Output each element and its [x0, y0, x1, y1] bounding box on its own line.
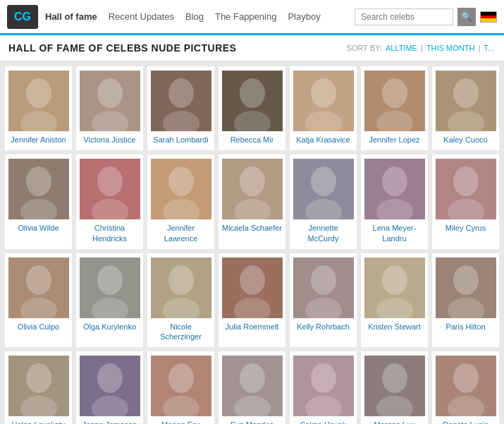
- celeb-image-19: [364, 258, 425, 318]
- svg-point-61: [453, 265, 479, 295]
- sort-option-2[interactable]: T...: [484, 44, 494, 52]
- celeb-name-9: Jennifer Lawrence: [150, 223, 211, 243]
- celeb-card-14[interactable]: Olivia Culpo: [5, 253, 72, 348]
- celeb-image-26: [364, 356, 425, 416]
- celeb-name-13: Miley Cyrus: [445, 223, 486, 233]
- celeb-card-8[interactable]: Christina Hendricks: [76, 155, 143, 249]
- celeb-image-4: [293, 71, 354, 131]
- celeb-name-11: Jennette McCurdy: [293, 223, 354, 243]
- celeb-image-9: [151, 159, 211, 219]
- celeb-name-0: Jennifer Aniston: [11, 135, 66, 145]
- svg-point-19: [453, 78, 479, 108]
- svg-point-49: [168, 265, 194, 295]
- celeb-card-2[interactable]: Sarah Lombardi: [147, 66, 214, 150]
- celeb-name-20: Paris Hilton: [445, 322, 485, 332]
- sort-separator: |: [476, 44, 482, 52]
- svg-point-46: [97, 265, 123, 295]
- svg-point-58: [382, 265, 407, 295]
- celeb-card-25[interactable]: Salma Hayek: [290, 351, 357, 424]
- celeb-name-8: Christina Hendricks: [79, 223, 140, 243]
- celeb-image-17: [222, 258, 283, 318]
- celeb-name-1: Victoria Justice: [84, 135, 136, 145]
- celeb-card-7[interactable]: Olivia Wilde: [5, 155, 72, 249]
- celeb-card-12[interactable]: Lena Meyer-Landru: [361, 155, 428, 249]
- celeb-card-1[interactable]: Victoria Justice: [76, 66, 143, 150]
- celeb-name-14: Olivia Culpo: [18, 322, 59, 332]
- page-title: HALL OF FAME OF CELEBS NUDE PICTURES: [8, 42, 236, 54]
- svg-point-13: [311, 78, 336, 108]
- celeb-name-27: Renata Lusin: [443, 420, 488, 424]
- celeb-image-12: [364, 159, 425, 219]
- celeb-image-5: [364, 71, 425, 131]
- celeb-card-26[interactable]: Morgan Lux: [361, 351, 428, 424]
- svg-point-55: [311, 265, 336, 295]
- celeb-card-19[interactable]: Kristen Stewart: [361, 253, 428, 348]
- celeb-card-27[interactable]: Renata Lusin: [432, 351, 499, 424]
- celeb-name-4: Katja Krasavice: [296, 135, 350, 145]
- celeb-card-9[interactable]: Jennifer Lawrence: [147, 155, 214, 249]
- sort-options: ALLTIME | THIS MONTH | T...: [384, 44, 496, 52]
- celeb-card-16[interactable]: Nicole Scherzinger: [147, 253, 214, 348]
- celeb-image-18: [293, 258, 354, 318]
- celeb-image-14: [8, 258, 69, 318]
- svg-point-4: [97, 78, 123, 108]
- celeb-name-21: Helga Lovekaty: [12, 420, 66, 424]
- celeb-card-20[interactable]: Paris Hilton: [432, 253, 499, 348]
- logo[interactable]: CG: [7, 5, 38, 29]
- celeb-card-11[interactable]: Jennette McCurdy: [290, 155, 357, 249]
- celeb-card-23[interactable]: Megan Fox: [147, 351, 214, 424]
- celeb-name-16: Nicole Scherzinger: [150, 322, 211, 342]
- nav-item-hall-of-fame[interactable]: Hall of fame: [45, 11, 97, 22]
- celeb-image-22: [80, 356, 140, 416]
- svg-point-70: [168, 363, 194, 393]
- celeb-image-3: [222, 71, 283, 131]
- search-button[interactable]: 🔍: [457, 8, 476, 26]
- celeb-card-5[interactable]: Jennifer Lopez: [361, 66, 428, 150]
- celeb-name-26: Morgan Lux: [374, 420, 414, 424]
- celeb-card-17[interactable]: Julia Roemmelt: [219, 253, 285, 348]
- nav-item-the-fappening[interactable]: The Fappening: [215, 11, 276, 22]
- celeb-card-0[interactable]: Jennifer Aniston: [5, 66, 72, 150]
- celeb-image-25: [293, 356, 354, 416]
- celeb-card-22[interactable]: Jenna Jamason: [76, 351, 143, 424]
- celeb-name-19: Kristen Stewart: [368, 322, 421, 332]
- sort-option-1[interactable]: THIS MONTH: [426, 44, 474, 52]
- nav-item-recent-updates[interactable]: Recent Updates: [109, 11, 174, 22]
- celeb-name-17: Julia Roemmelt: [226, 322, 279, 332]
- nav-item-playboy[interactable]: Playboy: [288, 11, 320, 22]
- celeb-card-10[interactable]: Micaela Schaefer: [219, 155, 285, 249]
- celeb-name-25: Salma Hayek: [300, 420, 346, 424]
- svg-point-40: [453, 166, 479, 196]
- flag-icon[interactable]: [480, 11, 497, 23]
- sort-bar: SORT BY: ALLTIME | THIS MONTH | T...: [346, 44, 496, 52]
- celeb-image-10: [222, 159, 283, 219]
- svg-point-10: [240, 78, 265, 108]
- celeb-card-21[interactable]: Helga Lovekaty: [5, 351, 72, 424]
- search-input[interactable]: [355, 8, 453, 25]
- celeb-card-18[interactable]: Kelly Rohrbach: [290, 253, 357, 348]
- svg-point-37: [382, 166, 407, 196]
- svg-point-16: [382, 78, 407, 108]
- celeb-name-23: Megan Fox: [161, 420, 200, 424]
- sort-separator: |: [419, 44, 425, 52]
- celeb-card-15[interactable]: Olga Kurylenko: [76, 253, 143, 348]
- celeb-card-4[interactable]: Katja Krasavice: [290, 66, 357, 150]
- svg-point-1: [26, 78, 51, 108]
- celeb-image-21: [8, 356, 69, 416]
- celeb-image-8: [80, 159, 140, 219]
- celeb-image-11: [293, 159, 354, 219]
- celeb-card-13[interactable]: Miley Cyrus: [432, 155, 499, 249]
- celeb-card-3[interactable]: Rebecca Mir: [219, 66, 285, 150]
- celeb-name-6: Kaley Cuoco: [443, 135, 487, 145]
- nav-item-blog[interactable]: Blog: [185, 11, 204, 22]
- sort-option-0[interactable]: ALLTIME: [386, 44, 417, 52]
- celeb-name-12: Lena Meyer-Landru: [364, 223, 425, 243]
- celeb-card-24[interactable]: Eva Mendes: [219, 351, 285, 424]
- celeb-grid: Jennifer Aniston Victoria Justice Sarah …: [0, 61, 504, 424]
- svg-point-28: [168, 166, 194, 196]
- celeb-name-18: Kelly Rohrbach: [297, 322, 350, 332]
- celeb-card-6[interactable]: Kaley Cuoco: [432, 66, 499, 150]
- svg-point-79: [382, 363, 407, 393]
- svg-point-7: [168, 78, 194, 108]
- celeb-name-3: Rebecca Mir: [231, 135, 274, 145]
